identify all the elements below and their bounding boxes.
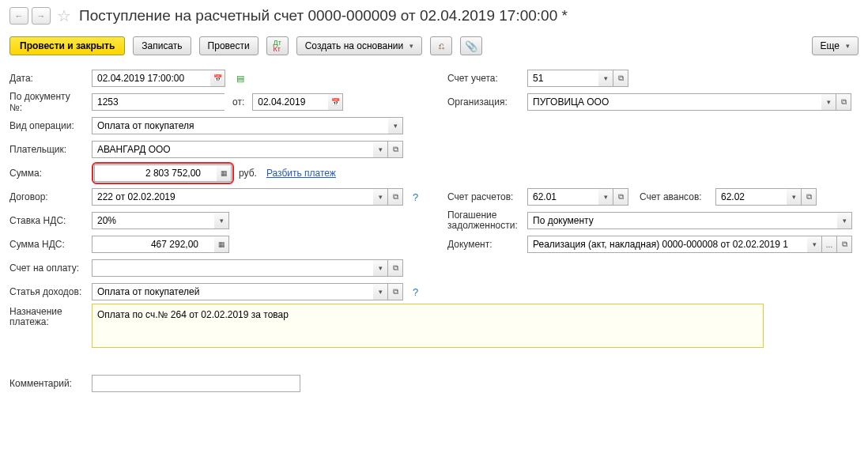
post-button[interactable]: Провести [199, 36, 259, 55]
vat-rate-dropdown-icon[interactable] [214, 212, 229, 229]
paperclip-icon: 📎 [465, 40, 477, 52]
org-input[interactable] [527, 93, 821, 111]
op-type-label: Вид операции: [9, 120, 87, 131]
doc-date-calendar-icon[interactable] [328, 93, 343, 111]
contract-input[interactable] [92, 188, 373, 206]
more-button[interactable]: Еще [812, 36, 859, 55]
contract-label: Договор: [9, 191, 87, 202]
document-dropdown-icon[interactable] [807, 236, 822, 253]
payer-label: Плательщик: [9, 144, 87, 155]
debt-label: Погашение задолженности: [447, 210, 523, 231]
amount-calc-icon[interactable] [217, 164, 232, 182]
attachments-button[interactable]: 📎 [460, 36, 482, 55]
doc-no-input[interactable] [92, 93, 225, 111]
vat-rate-input[interactable] [92, 212, 214, 229]
account-input[interactable] [527, 70, 598, 87]
contract-open-icon[interactable] [388, 188, 403, 206]
vat-amount-input[interactable] [92, 236, 214, 253]
account-dropdown-icon[interactable] [598, 70, 613, 87]
purpose-textarea[interactable] [92, 304, 764, 348]
dr-cr-button[interactable]: ДтКт [266, 36, 289, 55]
amount-label: Сумма: [9, 168, 87, 179]
debt-dropdown-icon[interactable] [837, 212, 852, 229]
document-open-icon[interactable] [837, 236, 852, 253]
payer-input[interactable] [92, 141, 373, 158]
income-label: Статья доходов: [9, 286, 87, 297]
debt-input[interactable] [527, 212, 837, 229]
op-type-dropdown-icon[interactable] [388, 117, 403, 134]
comment-label: Комментарий: [9, 378, 87, 389]
advance-open-icon[interactable] [802, 188, 817, 206]
advance-label: Счет авансов: [640, 191, 711, 202]
dr-cr-icon: ДтКт [274, 40, 281, 52]
save-button[interactable]: Записать [133, 36, 191, 55]
op-type-input[interactable] [92, 117, 388, 134]
org-dropdown-icon[interactable] [821, 93, 836, 111]
contract-help-icon[interactable]: ? [413, 191, 418, 203]
page-title: Поступление на расчетный счет 0000-00000… [79, 7, 568, 25]
purpose-label: Назначение платежа: [9, 304, 87, 327]
account-label: Счет учета: [447, 73, 523, 84]
payer-open-icon[interactable] [388, 141, 403, 158]
doc-status-icon[interactable]: ▤ [236, 74, 244, 84]
calendar-icon[interactable] [210, 70, 225, 87]
favorite-star-icon[interactable]: ☆ [57, 6, 71, 25]
account-open-icon[interactable] [613, 70, 628, 87]
split-payment-link[interactable]: Разбить платеж [266, 168, 336, 179]
invoice-label: Счет на оплату: [9, 262, 87, 274]
date-label: Дата: [9, 73, 87, 84]
document-input[interactable] [527, 236, 807, 253]
vat-amount-label: Сумма НДС: [9, 239, 87, 250]
advance-dropdown-icon[interactable] [787, 188, 802, 206]
amount-input[interactable] [94, 164, 217, 182]
settle-open-icon[interactable] [613, 188, 628, 206]
invoice-open-icon[interactable] [388, 259, 403, 277]
invoice-dropdown-icon[interactable] [373, 259, 388, 277]
income-dropdown-icon[interactable] [373, 283, 388, 300]
income-open-icon[interactable] [388, 283, 403, 300]
vat-rate-label: Ставка НДС: [9, 215, 87, 226]
payer-dropdown-icon[interactable] [373, 141, 388, 158]
org-label: Организация: [447, 96, 523, 108]
rub-label: руб. [239, 168, 257, 179]
income-input[interactable] [92, 283, 373, 300]
structure-button[interactable]: ⎌ [430, 36, 452, 55]
settle-dropdown-icon[interactable] [598, 188, 613, 206]
from-label: от: [232, 96, 244, 108]
org-open-icon[interactable] [836, 93, 851, 111]
doc-no-label: По документу №: [9, 91, 87, 113]
doc-date-input[interactable] [252, 93, 328, 111]
contract-dropdown-icon[interactable] [373, 188, 388, 206]
document-dots-icon[interactable] [822, 236, 837, 253]
nav-back-button[interactable]: ← [9, 7, 28, 25]
document-label: Документ: [447, 239, 523, 250]
post-and-close-button[interactable]: Провести и закрыть [9, 36, 125, 55]
invoice-input[interactable] [92, 259, 373, 277]
income-help-icon[interactable]: ? [413, 286, 418, 298]
settle-label: Счет расчетов: [447, 191, 523, 202]
structure-icon: ⎌ [439, 40, 444, 51]
create-based-on-button[interactable]: Создать на основании [296, 36, 423, 55]
date-input[interactable] [92, 70, 210, 87]
advance-input[interactable] [715, 188, 787, 206]
settle-input[interactable] [527, 188, 598, 206]
nav-forward-button[interactable]: → [32, 7, 51, 25]
comment-input[interactable] [92, 375, 300, 392]
vat-amount-calc-icon[interactable] [214, 236, 229, 253]
